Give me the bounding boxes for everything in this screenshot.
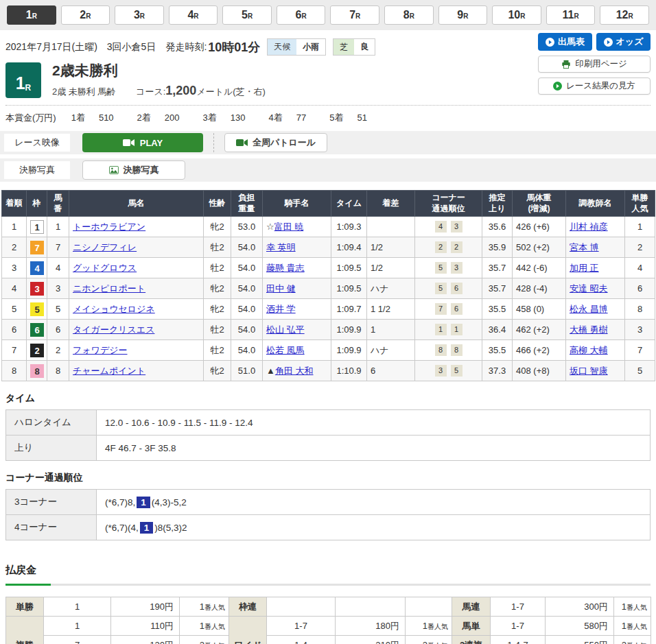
race-tab-10r[interactable]: 10R	[492, 5, 541, 25]
finish-time: 1:09.3	[331, 217, 367, 237]
payout-amount: 580円	[546, 617, 614, 636]
horse-name-link[interactable]: タイガークリスエス	[73, 324, 154, 335]
race-tab-suffix: R	[140, 12, 145, 20]
result-guide-button[interactable]: レース結果の見方	[538, 77, 651, 95]
payout-table: 単勝1190円1番人気枠連馬連1-7300円1番人気複勝1110円1番人気ワイド…	[5, 597, 651, 644]
jockey-name-link[interactable]: 松若 風馬	[266, 345, 305, 355]
jockey-name-link[interactable]: 幸 英明	[266, 242, 296, 252]
horse-name-cell: フォワデジー	[69, 340, 204, 361]
column-header: コーナー通過順位	[415, 191, 482, 217]
race-number-suffix: R	[25, 84, 32, 92]
race-tab-9r[interactable]: 9R	[438, 5, 488, 25]
play-button[interactable]: PLAY	[82, 133, 203, 152]
sex-age: 牡2	[204, 237, 231, 258]
finish-position: 5	[2, 299, 27, 320]
frame-cell: 6	[27, 320, 47, 340]
race-tab-suffix: R	[194, 12, 198, 20]
horse-number: 6	[47, 320, 69, 340]
finish-time: 1:09.9	[331, 340, 367, 361]
popularity-suffix: 番人気	[204, 604, 225, 611]
trainer-name-link[interactable]: 加用 正	[570, 263, 599, 273]
trainer-name-link[interactable]: 大橋 勇樹	[570, 324, 608, 335]
race-tab-11r[interactable]: 11R	[546, 5, 596, 25]
race-tab-1r[interactable]: 1R	[7, 5, 56, 25]
horse-name-link[interactable]: トーホウラビアン	[73, 222, 145, 232]
jockey-name-link[interactable]: 藤懸 貴志	[266, 263, 305, 273]
race-tab-2r[interactable]: 2R	[61, 5, 110, 25]
corner-position: 8	[435, 344, 447, 356]
horse-name-link[interactable]: ニシノデフィレ	[73, 242, 137, 252]
sex-age: 牝2	[204, 217, 231, 237]
jockey-cell: 藤懸 貴志	[263, 258, 331, 278]
frame-cell: 3	[27, 278, 47, 299]
horse-name-link[interactable]: メイショウセロジネ	[73, 304, 155, 314]
corner-position: 6	[451, 283, 462, 294]
win-popularity: 7	[625, 340, 655, 361]
race-tab-bar: 1R2R3R4R5R6R7R8R9R10R11R12R	[0, 0, 656, 30]
race-tab-3r[interactable]: 3R	[115, 5, 164, 25]
print-page-label: 印刷用ページ	[575, 58, 627, 70]
horse-name-cell: トーホウラビアン	[69, 217, 204, 237]
corner-positions-cell: 53	[415, 258, 482, 278]
patrol-video-button[interactable]: 全周パトロール	[224, 133, 327, 152]
trainer-name-link[interactable]: 安達 昭夫	[570, 283, 608, 294]
trainer-name-link[interactable]: 宮本 博	[570, 242, 599, 252]
prize-pair: 5着51	[329, 112, 367, 123]
popularity-suffix: 番人気	[626, 623, 647, 630]
jockey-cell: ▲角田 大和	[263, 361, 331, 381]
printer-icon	[561, 60, 571, 69]
race-video-label: レース映像	[4, 134, 70, 152]
race-tab-7r[interactable]: 7R	[330, 5, 379, 25]
arrow-circle-icon	[546, 38, 554, 47]
jockey-name-link[interactable]: 酒井 学	[266, 304, 296, 314]
jockey-name-link[interactable]: 松山 弘平	[266, 324, 305, 335]
trainer-name-link[interactable]: 坂口 智康	[570, 366, 608, 376]
time-section-heading: タイム	[5, 392, 651, 405]
frame-cell: 2	[27, 340, 47, 361]
horse-number: 4	[47, 258, 69, 278]
result-row: 555メイショウセロジネ牝254.0酒井 学1:09.71 1/27635.54…	[2, 299, 655, 320]
trainer-name-link[interactable]: 高柳 大輔	[570, 345, 608, 355]
horse-name-link[interactable]: グッドグロウス	[73, 263, 137, 273]
jockey-name-link[interactable]: 富田 暁	[274, 222, 304, 232]
corner-row-label: 4コーナー	[6, 515, 97, 540]
race-tab-12r[interactable]: 12R	[600, 5, 649, 25]
result-guide-label: レース結果の見方	[566, 80, 635, 92]
race-tab-5r[interactable]: 5R	[222, 5, 272, 25]
jockey-name-link[interactable]: 田中 健	[266, 283, 296, 294]
horse-name-cell: タイガークリスエス	[69, 320, 204, 340]
horse-body-weight: 458 (0)	[513, 299, 566, 320]
horse-number: 3	[47, 278, 69, 299]
entry-table-button[interactable]: 出馬表	[538, 33, 592, 51]
sex-age: 牝2	[204, 361, 231, 381]
prize-place: 3着	[203, 112, 217, 123]
horse-name-link[interactable]: ニホンピロポート	[73, 283, 145, 294]
weather-value: 小雨	[296, 39, 325, 55]
race-tab-6r[interactable]: 6R	[277, 5, 326, 25]
sex-age: 牡2	[204, 340, 231, 361]
result-row: 433ニホンピロポート牝254.0田中 健1:09.5ハナ5635.7428 (…	[2, 278, 655, 299]
finish-photo-button[interactable]: 決勝写真	[82, 160, 185, 180]
carried-weight: 54.0	[231, 237, 263, 258]
frame-cell: 7	[27, 237, 47, 258]
race-tab-8r[interactable]: 8R	[384, 5, 434, 25]
meeting-info: 3回小倉5日	[107, 41, 156, 53]
finish-position: 6	[2, 320, 27, 340]
finish-time: 1:10.9	[331, 361, 367, 381]
print-page-button[interactable]: 印刷用ページ	[538, 56, 651, 73]
payout-amount: 190円	[111, 597, 180, 617]
prize-pair: 2着200	[137, 112, 180, 123]
corner-position: 5	[451, 365, 462, 377]
jockey-name-link[interactable]: 角田 大和	[275, 366, 314, 376]
payout-popularity: 1番人気	[614, 617, 651, 636]
frame-number-badge: 1	[30, 220, 44, 234]
odds-button[interactable]: オッズ	[596, 33, 651, 51]
trainer-name-link[interactable]: 川村 禎彦	[570, 222, 608, 232]
payout-combination	[267, 597, 336, 617]
corner-row: 4コーナー(*6,7)(4,1)8(5,3)2	[6, 515, 651, 540]
horse-name-link[interactable]: フォワデジー	[73, 345, 128, 355]
race-number: 1	[16, 75, 25, 92]
race-tab-4r[interactable]: 4R	[169, 5, 218, 25]
horse-name-link[interactable]: チャームポイント	[73, 366, 145, 376]
trainer-name-link[interactable]: 松永 昌博	[570, 304, 608, 314]
